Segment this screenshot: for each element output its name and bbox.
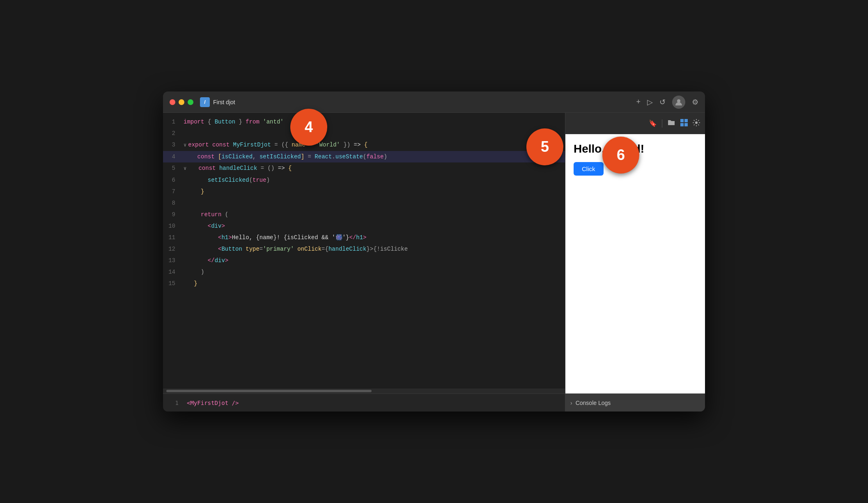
minimize-button[interactable] (179, 99, 184, 105)
line-content-5: ∨ const handleClick = () => { (184, 163, 292, 174)
line-num-2: 2 (163, 128, 184, 138)
svg-rect-2 (684, 119, 688, 122)
svg-rect-4 (684, 123, 688, 126)
code-line-14: 14 ) (163, 266, 565, 278)
settings-button[interactable]: ⚙ (692, 98, 698, 107)
preview-title: Hello, World! (574, 142, 697, 155)
line-content-6: setIsClicked(true) (184, 175, 270, 185)
line-num-6: 6 (163, 175, 184, 185)
editor-scrollbar[interactable] (163, 389, 565, 393)
tab-title: First djot (213, 99, 235, 105)
code-line-5: 5 ∨ const handleClick = () => { (163, 162, 565, 174)
line-content-11: <h1>Hello, {name}! {isClicked && '🎆'}</h… (184, 233, 367, 242)
line-content-8 (184, 198, 187, 208)
line-num-8: 8 (163, 198, 184, 208)
line-content-7: } (184, 187, 204, 197)
console-logs-bar[interactable]: › Console Logs (565, 393, 705, 412)
line-content-1: import { Button } from 'antd' (184, 117, 284, 127)
editor-panel: 1 import { Button } from 'antd' 2 3 ∨exp… (163, 113, 565, 412)
toolbar-divider (662, 119, 662, 128)
preview-content: Hello, World! Click (565, 134, 705, 393)
app-window: 4 5 6 / First djot + ▷ ↺ ⚙ (163, 91, 705, 412)
code-line-9: 9 return ( (163, 209, 565, 220)
code-area[interactable]: 1 import { Button } from 'antd' 2 3 ∨exp… (163, 113, 565, 389)
line-num-10: 10 (163, 221, 184, 231)
line-num-12: 12 (163, 244, 184, 254)
svg-point-0 (677, 99, 680, 103)
line-num-3: 3 (163, 140, 184, 150)
line-content-13: </div> (184, 256, 228, 265)
code-line-1: 1 import { Button } from 'antd' (163, 116, 565, 128)
line-content-9: return ( (184, 210, 228, 219)
line-num-9: 9 (163, 210, 184, 219)
line-content-12: <Button type='primary' onClick={handleCl… (184, 244, 408, 254)
line-num-4: 4 (163, 152, 184, 162)
traffic-lights (170, 99, 193, 105)
avatar[interactable] (672, 96, 685, 109)
svg-rect-3 (680, 123, 684, 126)
add-button[interactable]: + (636, 98, 641, 106)
line-num-11: 11 (163, 233, 184, 242)
code-line-2: 2 (163, 128, 565, 139)
close-button[interactable] (170, 99, 175, 105)
code-line-10: 10 <div> (163, 220, 565, 232)
folder-icon[interactable] (667, 119, 675, 128)
grid-icon[interactable] (680, 119, 688, 128)
code-line-7: 7 } (163, 186, 565, 197)
maximize-button[interactable] (188, 99, 193, 105)
line-content-4: const [isClicked, setIsClicked] = React.… (184, 152, 387, 162)
preview-panel: 🔖 Hello, World! Click › Con (565, 113, 705, 412)
code-line-15: 15 } (163, 278, 565, 289)
code-line-12: 12 <Button type='primary' onClick={handl… (163, 243, 565, 255)
line-num-14: 14 (163, 267, 184, 277)
play-button[interactable]: ▷ (647, 98, 653, 107)
code-line-6: 6 setIsClicked(true) (163, 174, 565, 186)
titlebar-right: + ▷ ↺ ⚙ (636, 96, 698, 109)
console-label: Console Logs (576, 400, 611, 406)
line-num-1: 1 (163, 117, 184, 127)
config-icon[interactable] (693, 119, 700, 128)
line-content-10: <div> (184, 221, 225, 231)
line-content-2 (184, 128, 187, 138)
line-num-5: 5 (163, 163, 184, 173)
line-content-3: ∨export const MyFirstDjot = ({ name = 'W… (184, 140, 367, 150)
code-line-3: 3 ∨export const MyFirstDjot = ({ name = … (163, 139, 565, 151)
scrollbar-thumb[interactable] (166, 390, 372, 392)
bookmark-icon[interactable]: 🔖 (649, 119, 657, 127)
code-line-13: 13 </div> (163, 255, 565, 266)
code-line-8: 8 (163, 197, 565, 209)
preview-toolbar: 🔖 (565, 113, 705, 134)
click-button[interactable]: Click (574, 162, 604, 176)
line-num-13: 13 (163, 256, 184, 265)
line-num-7: 7 (163, 187, 184, 197)
svg-rect-1 (680, 119, 684, 122)
code-line-4: 4 const [isClicked, setIsClicked] = Reac… (163, 151, 565, 162)
code-line-11: 11 <h1>Hello, {name}! {isClicked && '🎆'}… (163, 232, 565, 243)
bottom-line-number: 1 (166, 400, 187, 406)
line-content-15: } (184, 279, 197, 288)
bottom-code: <MyFirstDjot /> (187, 400, 239, 406)
line-content-14: ) (184, 267, 204, 277)
titlebar: / First djot + ▷ ↺ ⚙ (163, 91, 705, 113)
refresh-button[interactable]: ↺ (659, 98, 666, 107)
line-num-15: 15 (163, 279, 184, 288)
tab-icon: / (200, 97, 210, 107)
main-content: 1 import { Button } from 'antd' 2 3 ∨exp… (163, 113, 705, 412)
console-chevron-icon: › (570, 400, 572, 406)
svg-point-5 (695, 121, 698, 124)
bottom-bar: 1 <MyFirstDjot /> (163, 393, 565, 412)
